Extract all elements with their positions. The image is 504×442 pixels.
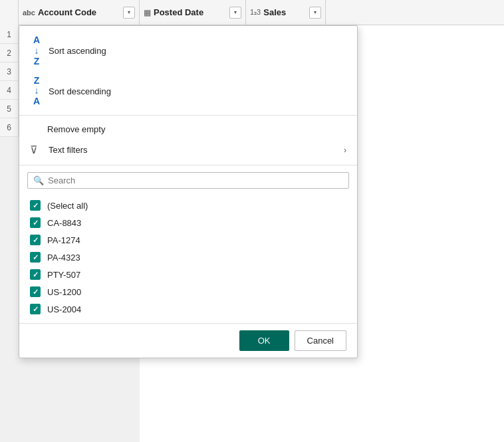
checkbox-pa4323[interactable]: ✓ bbox=[30, 252, 41, 263]
row-number: 3 bbox=[0, 62, 19, 81]
list-item[interactable]: ✓ PA-1274 bbox=[27, 231, 349, 249]
calendar-icon: ▦ bbox=[144, 8, 151, 17]
ok-button[interactable]: OK bbox=[239, 330, 289, 351]
chevron-right-icon: › bbox=[344, 146, 346, 155]
account-code-label: Account Code bbox=[38, 7, 120, 17]
grid-corner bbox=[0, 0, 19, 25]
row-number: 4 bbox=[0, 81, 19, 100]
item-label-pty507: PTY-507 bbox=[47, 270, 80, 280]
sort-ascending-item[interactable]: A↓Z Sort ascending bbox=[19, 30, 357, 71]
posted-date-label: Posted Date bbox=[154, 7, 227, 17]
checkmark-icon: ✓ bbox=[33, 271, 39, 279]
item-label-us2004: US-2004 bbox=[47, 304, 81, 314]
sort-ascending-label: Sort ascending bbox=[49, 46, 106, 56]
checkbox-pa1274[interactable]: ✓ bbox=[30, 235, 41, 245]
list-item[interactable]: ✓ CA-8843 bbox=[27, 214, 349, 231]
filter-dropdown-panel: A↓Z Sort ascending Z↓A Sort descending R… bbox=[19, 25, 358, 358]
checkmark-icon: ✓ bbox=[33, 219, 39, 227]
sort-section: A↓Z Sort ascending Z↓A Sort descending bbox=[19, 26, 357, 116]
row-number: 6 bbox=[0, 118, 19, 137]
checkmark-icon: ✓ bbox=[33, 253, 39, 262]
checkmark-icon: ✓ bbox=[33, 305, 39, 314]
abc-icon: abc bbox=[23, 9, 35, 17]
sort-descending-item[interactable]: Z↓A Sort descending bbox=[19, 71, 357, 111]
sales-header[interactable]: 1₂3 Sales ▾ bbox=[246, 0, 326, 25]
remove-empty-item[interactable]: Remove empty bbox=[19, 120, 357, 139]
list-item[interactable]: ✓ US-1200 bbox=[27, 283, 349, 300]
search-section: 🔍 bbox=[19, 166, 357, 194]
checkbox-us1200[interactable]: ✓ bbox=[30, 286, 41, 297]
text-filters-item[interactable]: ⊽ Text filters › bbox=[19, 139, 357, 161]
checkmark-icon: ✓ bbox=[33, 236, 39, 245]
sort-desc-icon: Z↓A bbox=[30, 76, 43, 106]
list-item[interactable]: ✓ PTY-507 bbox=[27, 266, 349, 283]
checkbox-us2004[interactable]: ✓ bbox=[30, 304, 41, 314]
filter-icon: ⊽ bbox=[30, 144, 43, 156]
text-filters-label: Text filters bbox=[49, 145, 88, 155]
checkbox-pty507[interactable]: ✓ bbox=[30, 269, 41, 280]
select-all-item[interactable]: ✓ (Select all) bbox=[27, 197, 349, 214]
row-number: 2 bbox=[0, 44, 19, 62]
search-icon: 🔍 bbox=[33, 175, 44, 185]
select-all-checkbox[interactable]: ✓ bbox=[30, 200, 41, 211]
dropdown-footer: OK Cancel bbox=[19, 323, 357, 358]
list-item[interactable]: ✓ PA-4323 bbox=[27, 249, 349, 266]
checkbox-ca8843[interactable]: ✓ bbox=[30, 217, 41, 228]
header-row: abc Account Code ▾ ▦ Posted Date ▾ 1₂3 S… bbox=[0, 0, 504, 25]
cancel-button[interactable]: Cancel bbox=[295, 330, 346, 351]
item-label-us1200: US-1200 bbox=[47, 287, 81, 297]
row-number: 5 bbox=[0, 100, 19, 118]
item-label-ca8843: CA-8843 bbox=[47, 218, 81, 228]
row-number: 1 bbox=[0, 25, 19, 44]
account-code-dropdown-btn[interactable]: ▾ bbox=[123, 7, 135, 19]
checkbox-list: ✓ (Select all) ✓ CA-8843 ✓ PA-1274 ✓ PA-… bbox=[19, 194, 357, 323]
posted-date-header[interactable]: ▦ Posted Date ▾ bbox=[140, 0, 246, 25]
select-all-label: (Select all) bbox=[47, 201, 88, 211]
remove-empty-label: Remove empty bbox=[47, 124, 105, 134]
sort-descending-label: Sort descending bbox=[49, 86, 111, 96]
item-label-pa1274: PA-1274 bbox=[47, 235, 80, 245]
search-input[interactable] bbox=[48, 175, 343, 185]
posted-date-dropdown-btn[interactable]: ▾ bbox=[229, 7, 241, 19]
search-box[interactable]: 🔍 bbox=[27, 172, 349, 189]
sales-dropdown-btn[interactable]: ▾ bbox=[309, 7, 321, 19]
sort-asc-icon: A↓Z bbox=[30, 35, 43, 66]
checkmark-icon: ✓ bbox=[33, 201, 39, 210]
list-item[interactable]: ✓ US-2004 bbox=[27, 300, 349, 318]
checkmark-icon: ✓ bbox=[33, 288, 39, 296]
sales-label: Sales bbox=[263, 7, 307, 17]
numeric-icon: 1₂3 bbox=[250, 8, 261, 17]
account-code-header[interactable]: abc Account Code ▾ bbox=[19, 0, 140, 25]
item-label-pa4323: PA-4323 bbox=[47, 253, 80, 263]
filter-section: Remove empty ⊽ Text filters › bbox=[19, 116, 357, 166]
